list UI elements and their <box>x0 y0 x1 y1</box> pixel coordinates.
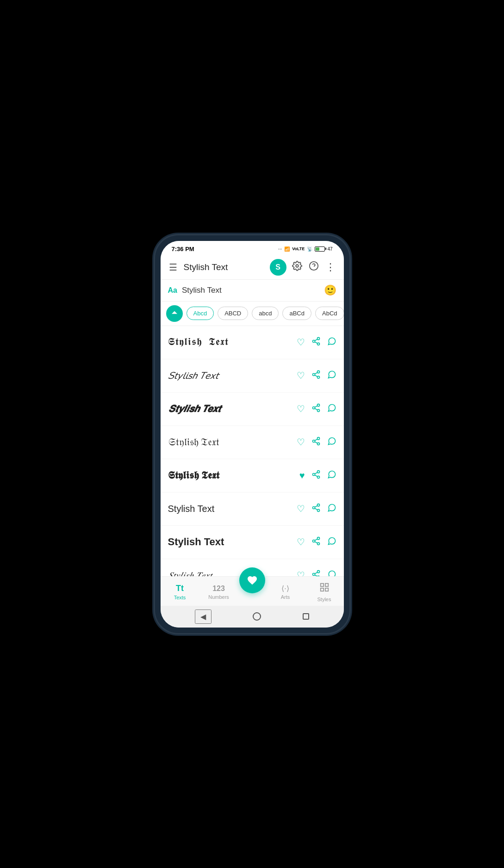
status-icons: ··· 📶 VoLTE 📡 47 <box>278 246 333 252</box>
share-button-7[interactable] <box>311 536 321 548</box>
svg-point-23 <box>317 470 319 473</box>
svg-line-6 <box>315 342 317 343</box>
share-button-8[interactable] <box>311 570 321 576</box>
filter-tab-abcd-lower[interactable]: abcd <box>252 307 279 320</box>
whatsapp-button-8[interactable] <box>327 570 336 576</box>
share-button-2[interactable] <box>311 370 321 382</box>
stylish-text-7[interactable]: Stylish Text <box>168 536 297 548</box>
svg-line-16 <box>315 408 317 410</box>
text-actions-4: ♡ <box>297 437 336 448</box>
svg-point-24 <box>312 473 315 475</box>
svg-point-4 <box>312 340 315 342</box>
svg-point-30 <box>317 509 319 511</box>
share-button-6[interactable] <box>311 503 321 515</box>
like-button-6[interactable]: ♡ <box>297 503 305 514</box>
whatsapp-button-4[interactable] <box>327 437 336 448</box>
svg-line-11 <box>315 375 317 376</box>
texts-label: Texts <box>174 595 186 600</box>
whatsapp-button-1[interactable] <box>327 337 336 348</box>
like-button-1[interactable]: ♡ <box>297 337 305 348</box>
whatsapp-button-2[interactable] <box>327 370 336 382</box>
stylish-text-4[interactable]: 𝔖𝔱𝔶𝔩𝔦𝔰𝔥 𝔗𝔢𝔵𝔱 <box>168 436 297 448</box>
stylish-text-5[interactable]: 𝕾𝖙𝖞𝖑𝖎𝖘𝖍 𝕿𝖊𝖝𝖙 <box>168 469 299 481</box>
share-button-1[interactable] <box>311 337 321 348</box>
text-list: 𝕾𝖙𝖞𝖑𝖎𝖘𝖍 𝕿𝖊𝖝𝖙 ♡ 𝘚𝘵𝘺𝘭𝘪𝘴𝘩 𝘛𝘦𝘹𝘵 ♡ <box>161 326 344 576</box>
text-actions-8: ♡ <box>297 570 336 576</box>
svg-point-29 <box>312 506 315 509</box>
status-time: 7:36 PM <box>172 246 194 252</box>
share-button-3[interactable] <box>311 403 321 415</box>
emoji-button[interactable]: 🙂 <box>324 284 336 296</box>
like-button-8[interactable]: ♡ <box>297 570 305 576</box>
svg-line-31 <box>315 508 317 510</box>
text-row: 𝘚𝘵𝘺𝘭𝘪𝘴𝘩 𝘛𝘦𝘹𝘵 ♡ <box>161 359 344 393</box>
whatsapp-button-5[interactable] <box>327 470 336 481</box>
svg-rect-48 <box>320 583 323 586</box>
share-button-4[interactable] <box>311 437 321 448</box>
stylish-text-2[interactable]: 𝘚𝘵𝘺𝘭𝘪𝘴𝘩 𝘛𝘦𝘹𝘵 <box>168 369 297 382</box>
svg-line-32 <box>315 505 317 507</box>
back-button[interactable]: ◀ <box>195 609 212 624</box>
phone-frame: 7:36 PM ··· 📶 VoLTE 📡 47 ☰ Stylish Text … <box>155 235 349 633</box>
stylish-text-1[interactable]: 𝕾𝖙𝖞𝖑𝖎𝖘𝖍 𝕿𝖊𝖝𝖙 <box>168 336 297 348</box>
whatsapp-button-6[interactable] <box>327 503 336 515</box>
share-button-5[interactable] <box>311 470 321 481</box>
svg-point-5 <box>317 343 319 345</box>
filter-tab-abcd[interactable]: Abcd <box>187 307 214 320</box>
settings-button[interactable] <box>291 260 303 274</box>
whatsapp-button-7[interactable] <box>327 536 336 548</box>
filter-tab-abcd-title[interactable]: AbCd <box>315 307 344 320</box>
like-button-7[interactable]: ♡ <box>297 536 305 548</box>
numbers-label: Numbers <box>208 594 229 600</box>
svg-point-33 <box>317 537 319 539</box>
svg-point-25 <box>317 476 319 478</box>
styles-label: Styles <box>317 597 331 602</box>
menu-button[interactable]: ☰ <box>168 261 178 274</box>
svg-point-34 <box>312 540 315 542</box>
fab-favorites-button[interactable] <box>239 567 265 593</box>
filter-tab-abcd-mixed[interactable]: aBCd <box>282 307 311 320</box>
nav-texts[interactable]: Tt Texts <box>161 582 199 602</box>
battery-percent: 47 <box>327 246 332 252</box>
svg-line-37 <box>315 539 317 540</box>
svg-point-39 <box>312 573 315 575</box>
logo-icon[interactable]: S <box>270 259 286 276</box>
text-actions-5: ♥ <box>299 470 336 481</box>
svg-point-35 <box>317 542 319 545</box>
text-input[interactable] <box>182 286 319 295</box>
like-button-5[interactable]: ♥ <box>299 470 305 481</box>
nav-arts[interactable]: ⟨·⟩ Arts <box>266 582 305 602</box>
text-actions-1: ♡ <box>297 337 336 348</box>
svg-point-18 <box>317 437 319 439</box>
like-button-4[interactable]: ♡ <box>297 437 305 448</box>
text-actions-3: ♡ <box>297 403 336 415</box>
more-button[interactable]: ⋮ <box>324 260 336 274</box>
recents-button[interactable] <box>303 613 309 620</box>
svg-line-26 <box>315 475 317 476</box>
filter-tab-abcd-upper[interactable]: ABCD <box>218 307 248 320</box>
nav-styles[interactable]: Styles <box>305 580 344 604</box>
svg-rect-50 <box>320 588 323 591</box>
stylish-text-8[interactable]: 𝑆𝑡𝑦𝑙𝑖𝑠ℎ 𝑇𝑒𝑥𝑡 <box>168 570 297 576</box>
svg-rect-49 <box>325 583 328 586</box>
svg-line-17 <box>315 406 317 407</box>
nav-numbers[interactable]: 123 Numbers <box>199 583 238 602</box>
whatsapp-button-3[interactable] <box>327 403 336 415</box>
aa-label: Aa <box>168 286 177 295</box>
input-area: Aa 🙂 <box>161 280 344 302</box>
filter-tabs: Abcd ABCD abcd aBCd AbCd <box>161 302 344 326</box>
text-actions-6: ♡ <box>297 503 336 515</box>
up-button[interactable] <box>166 305 183 322</box>
help-button[interactable] <box>308 260 320 274</box>
like-button-3[interactable]: ♡ <box>297 403 305 414</box>
text-actions-2: ♡ <box>297 370 336 382</box>
text-row: 𝕾𝖙𝖞𝖑𝖎𝖘𝖍 𝕿𝖊𝖝𝖙 ♡ <box>161 326 344 359</box>
home-button[interactable] <box>253 612 261 621</box>
stylish-text-3[interactable]: 𝙎𝙩𝙮𝙡𝙞𝙨𝙝 𝙏𝙚𝙭𝙩 <box>168 403 297 415</box>
bottom-nav: Tt Texts 123 Numbers ⟨·⟩ Arts Styles <box>161 576 344 606</box>
svg-point-10 <box>317 376 319 378</box>
like-button-2[interactable]: ♡ <box>297 370 305 381</box>
signal-icon: 📶 <box>284 246 290 252</box>
stylish-text-6[interactable]: Stylish Text <box>168 504 297 514</box>
svg-line-42 <box>315 572 317 573</box>
